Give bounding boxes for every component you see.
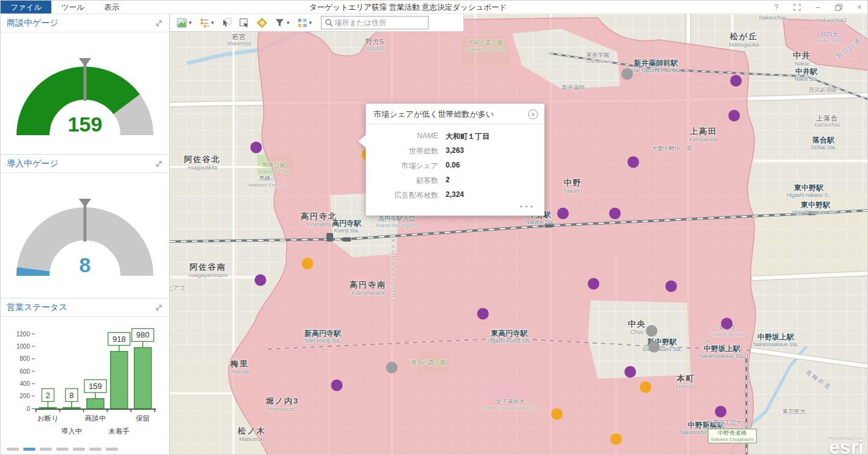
panel-title: 商談中ゲージ: [7, 18, 59, 29]
layers-button[interactable]: ▾: [197, 17, 216, 29]
restore-icon[interactable]: [834, 3, 843, 12]
close-icon[interactable]: ×: [528, 109, 538, 119]
svg-text:980: 980: [136, 330, 150, 339]
bar-導入中[interactable]: [63, 408, 80, 409]
popup-fields: NAME大和町１丁目世帯総数3,263市場シェア0.06顧客数2広告配布枚数2,…: [366, 124, 544, 201]
widgets-button[interactable]: ▾: [295, 17, 314, 29]
bar-未着手[interactable]: [111, 352, 128, 409]
navigate-button[interactable]: [255, 17, 269, 29]
popup-field-value: 0.06: [446, 161, 535, 171]
search-input[interactable]: [333, 18, 419, 28]
panel-header: 導入中ゲージ: [1, 155, 169, 173]
popup-title: 市場シェアが低く世帯総数が多い: [373, 109, 494, 120]
popup-field-label: NAME: [375, 131, 438, 142]
panel-gauge-deploying: 導入中ゲージ 8: [1, 155, 169, 298]
panel-title: 導入中ゲージ: [7, 158, 59, 169]
basemap-icon: [177, 18, 187, 28]
window-title: ターゲットエリア荻窪 営業活動 意志決定ダッシュボード: [309, 1, 507, 14]
grid-widgets-icon: [297, 18, 307, 28]
gauge-negotiating: 159: [1, 32, 170, 155]
chevron-down-icon: ▾: [287, 20, 290, 26]
popup-field-label: 市場シェア: [375, 161, 438, 171]
popup-anchor-arrow: [358, 135, 366, 148]
map-popup: 市場シェアが低く世帯総数が多い × NAME大和町１丁目世帯総数3,263市場シ…: [366, 103, 545, 216]
close-window-icon[interactable]: ×: [855, 3, 864, 12]
panel-gauge-negotiating: 商談中ゲージ 159: [1, 14, 169, 155]
sales-status-bar-chart: 0200400600800100012002お断り8導入中159商談中918未着…: [1, 317, 170, 442]
help-icon[interactable]: ?: [772, 3, 781, 12]
popup-field-label: 顧客数: [375, 176, 438, 186]
chevron-down-icon: ▾: [309, 20, 312, 26]
bar-お断り[interactable]: [39, 408, 56, 409]
filter-icon: [274, 18, 285, 28]
rectangle-select-button[interactable]: [237, 17, 251, 29]
menu-view[interactable]: 表示: [94, 1, 129, 13]
basemap: [170, 14, 868, 455]
svg-text:159: 159: [89, 382, 102, 391]
popup-field-value: 3,263: [446, 146, 535, 157]
chevron-down-icon: ▾: [211, 20, 215, 26]
gauge-value: 159: [68, 113, 103, 136]
sidebar: 商談中ゲージ 159 導入中ゲージ 8: [1, 14, 170, 455]
svg-text:600: 600: [20, 368, 30, 375]
map-canvas[interactable]: 若宮Wakamiya野方5Nogata5平和の森公園Heiwanomori Pa…: [170, 14, 868, 455]
rectangle-select-icon: [239, 18, 249, 28]
svg-text:未着手: 未着手: [109, 427, 130, 435]
pagination-dash-4[interactable]: [73, 448, 85, 451]
expand-icon[interactable]: [155, 19, 163, 28]
bar-商談中[interactable]: [87, 399, 104, 409]
svg-text:1200: 1200: [17, 331, 31, 338]
popup-field-value: 大和町１丁目: [446, 131, 535, 142]
menu-bar: ファイル ツール 表示 ターゲットエリア荻窪 営業活動 意志決定ダッシュボード …: [1, 1, 868, 14]
map-toolbar: ▾ ▾ ▾ ▾: [170, 14, 464, 32]
popup-field-row: 世帯総数3,263: [375, 146, 535, 157]
popup-field-value: 2,324: [446, 190, 535, 201]
basemap-button[interactable]: ▾: [175, 17, 194, 29]
svg-text:8: 8: [70, 391, 74, 400]
gauge-deploying: 8: [1, 173, 170, 295]
pagination-dash-5[interactable]: [89, 448, 101, 451]
pagination-dash-6[interactable]: [106, 448, 118, 451]
pagination-dash-3[interactable]: [56, 448, 68, 451]
popup-field-label: 広告配布枚数: [375, 190, 438, 201]
minimize-icon[interactable]: –: [814, 3, 822, 12]
window-controls: ? – ×: [772, 1, 864, 14]
svg-text:お断り: お断り: [37, 415, 59, 422]
ellipsis-menu-icon[interactable]: ···: [520, 201, 535, 213]
svg-text:200: 200: [20, 393, 30, 399]
fullscreen-icon[interactable]: [793, 3, 801, 12]
panel-sales-status-chart: 営業ステータス 0200400600800100012002お断り8導入中159…: [1, 298, 169, 442]
esri-logo: esri: [828, 439, 864, 455]
popup-field-value: 2: [446, 176, 535, 186]
svg-text:0: 0: [26, 405, 30, 412]
popup-field-row: 顧客数2: [375, 176, 535, 186]
expand-icon[interactable]: [155, 160, 163, 168]
menu-file[interactable]: ファイル: [1, 1, 51, 13]
svg-text:商談中: 商談中: [85, 415, 106, 422]
layers-icon: [199, 18, 210, 28]
dashboard-window: ファイル ツール 表示 ターゲットエリア荻窪 営業活動 意志決定ダッシュボード …: [0, 0, 868, 455]
bar-保留[interactable]: [134, 347, 152, 409]
popup-field-label: 世帯総数: [375, 146, 438, 157]
search-box: [321, 16, 428, 29]
pointer-select-button[interactable]: [219, 17, 234, 29]
panel-header: 商談中ゲージ: [1, 14, 169, 32]
pagination-dash-0[interactable]: [7, 448, 19, 451]
search-icon: [325, 18, 333, 27]
navigate-diamond-icon: [257, 18, 267, 28]
chevron-down-icon: ▾: [189, 20, 192, 26]
svg-text:800: 800: [20, 355, 30, 362]
svg-text:918: 918: [112, 335, 126, 344]
menu-tools[interactable]: ツール: [51, 1, 94, 13]
esri-attribution: POWERED BY esri: [828, 435, 864, 455]
expand-icon[interactable]: [155, 303, 163, 312]
pagination-dash-1[interactable]: [23, 448, 35, 451]
pointer-select-icon: [221, 18, 232, 28]
popup-field-row: 市場シェア0.06: [375, 161, 535, 171]
svg-text:導入中: 導入中: [61, 427, 83, 435]
filter-button[interactable]: ▾: [273, 17, 292, 29]
svg-text:2: 2: [46, 391, 50, 400]
svg-text:1000: 1000: [17, 343, 31, 350]
pagination-dash-2[interactable]: [40, 448, 52, 451]
gauge-value: 8: [79, 253, 91, 276]
